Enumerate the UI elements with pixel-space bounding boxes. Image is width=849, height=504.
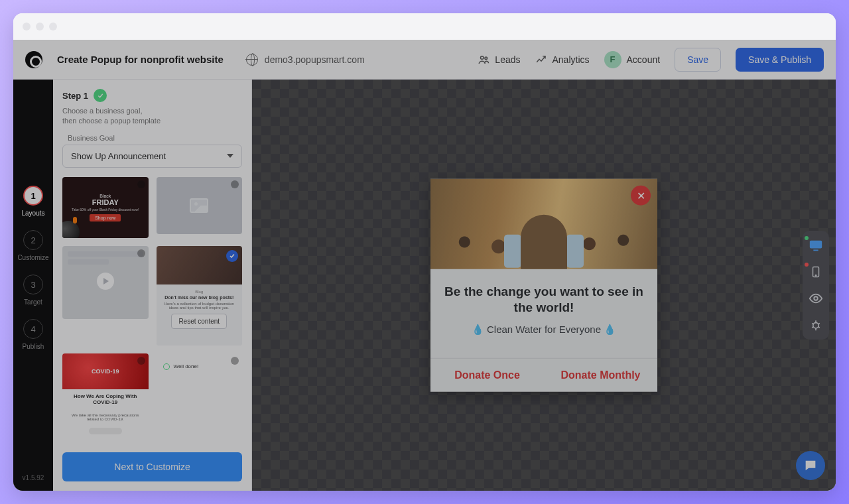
template-image[interactable]: [157, 177, 243, 234]
shop-now-chip: Shop now: [90, 214, 121, 221]
rail-step-target[interactable]: 3 Target: [23, 275, 43, 306]
nav-leads[interactable]: Leads: [478, 54, 520, 66]
window-dot-min[interactable]: [36, 23, 44, 31]
status-dot: [805, 263, 809, 267]
step-header: Step 1: [62, 89, 242, 102]
step-subtitle: Choose a business goal, then choose a po…: [62, 106, 242, 126]
window-dot-close[interactable]: [23, 23, 31, 31]
nav-account[interactable]: F Account: [604, 51, 661, 68]
analytics-icon: [535, 54, 547, 66]
nav-leads-label: Leads: [495, 54, 520, 65]
chevron-down-icon: [227, 154, 233, 158]
preview-toggle[interactable]: [808, 290, 824, 306]
bomb-icon: [62, 221, 80, 238]
popup-preview: ✕ Be the change you want to see in the w…: [430, 179, 657, 392]
svg-point-0: [481, 56, 484, 59]
rail-step-label: Customize: [17, 254, 48, 261]
close-icon: [137, 180, 145, 188]
close-icon: [231, 357, 239, 365]
topbar: Create Popup for nonprofit website demo3…: [13, 40, 836, 80]
bug-icon: [809, 318, 822, 332]
close-icon: [137, 357, 145, 365]
check-icon: [163, 363, 170, 370]
selected-check-icon: [226, 250, 238, 262]
popup-headline: Be the change you want to see in the wor…: [442, 284, 645, 316]
layout-panel: Step 1 Choose a business goal, then choo…: [53, 80, 252, 491]
window-dot-max[interactable]: [49, 23, 57, 31]
popup-close-button[interactable]: ✕: [631, 186, 651, 206]
rail-step-publish[interactable]: 4 Publish: [23, 319, 44, 350]
svg-point-1: [485, 56, 488, 59]
help-chat-button[interactable]: [796, 451, 825, 480]
save-button[interactable]: Save: [675, 48, 721, 72]
template-grid: Black FRIDAY Take 60% off your Black Fri…: [62, 177, 242, 446]
browser-frame: Create Popup for nonprofit website demo3…: [13, 13, 836, 491]
mobile-icon: [810, 265, 822, 279]
rail-step-label: Layouts: [21, 210, 44, 217]
save-publish-button[interactable]: Save & Publish: [736, 48, 824, 72]
globe-icon: [246, 54, 258, 66]
rail-step-num: 4: [23, 319, 43, 339]
step-rail: 1 Layouts 2 Customize 3 Target 4 Publish…: [13, 80, 53, 491]
main: 1 Layouts 2 Customize 3 Target 4 Publish…: [13, 80, 836, 491]
desktop-icon: [809, 238, 823, 253]
svg-rect-3: [813, 249, 818, 251]
avatar: F: [604, 51, 621, 68]
rail-step-num: 3: [23, 275, 43, 294]
next-to-customize-button[interactable]: Next to Customize: [62, 452, 242, 481]
check-icon: [94, 89, 107, 102]
app-version: v1.5.92: [23, 474, 44, 481]
app-logo[interactable]: [25, 51, 42, 68]
eye-icon: [809, 291, 823, 306]
play-icon: [97, 273, 114, 290]
goal-label: Business Goal: [68, 134, 242, 142]
template-well-done[interactable]: Well done!: [157, 353, 243, 380]
window-titlebar: [13, 13, 836, 40]
nav-analytics-label: Analytics: [553, 54, 590, 65]
svg-point-5: [815, 275, 816, 277]
domain-text: demo3.popupsmart.com: [265, 54, 365, 65]
step-title: Step 1: [62, 91, 88, 101]
device-mobile[interactable]: [808, 264, 824, 280]
rail-step-label: Publish: [23, 343, 44, 350]
donate-monthly-button[interactable]: Donate Monthly: [544, 358, 657, 391]
preview-canvas: ✕ Be the change you want to see in the w…: [252, 80, 836, 491]
template-black-friday[interactable]: Black FRIDAY Take 60% off your Black Fri…: [62, 177, 149, 238]
goal-value: Show Up Announcement: [71, 151, 166, 161]
svg-rect-2: [810, 241, 822, 249]
status-dot: [805, 236, 809, 240]
template-covid[interactable]: COVID-19 How We Are Coping With COVID-19…: [62, 353, 149, 440]
app-root: Create Popup for nonprofit website demo3…: [13, 40, 836, 491]
chat-icon: [803, 458, 818, 473]
template-video[interactable]: [62, 246, 149, 319]
business-goal-select[interactable]: Show Up Announcement: [62, 145, 242, 168]
debug-toggle[interactable]: [808, 317, 824, 333]
close-icon: [137, 249, 145, 257]
rail-step-layouts[interactable]: 1 Layouts: [21, 186, 44, 217]
svg-point-6: [814, 296, 818, 300]
close-icon: [231, 180, 239, 188]
template-blog-selected[interactable]: Blog Don't miss our new blog posts! Here…: [157, 246, 243, 346]
popup-subline: 💧 Clean Water for Everyone 💧: [442, 323, 645, 335]
donate-once-button[interactable]: Donate Once: [430, 358, 544, 391]
page-title: Create Popup for nonprofit website: [57, 54, 224, 65]
rail-step-customize[interactable]: 2 Customize: [17, 230, 48, 261]
device-desktop[interactable]: [808, 237, 824, 253]
reset-content-button[interactable]: Reset content: [171, 314, 227, 329]
device-switcher: [803, 231, 829, 340]
popup-hero-image: ✕: [430, 179, 657, 269]
leads-icon: [478, 54, 490, 66]
domain-block: demo3.popupsmart.com: [246, 54, 365, 66]
rail-step-num: 1: [23, 186, 43, 206]
svg-point-7: [813, 323, 818, 328]
image-icon: [190, 198, 208, 213]
nav-account-label: Account: [627, 54, 661, 65]
rail-step-num: 2: [23, 230, 43, 250]
rail-step-label: Target: [24, 298, 42, 306]
nav-analytics[interactable]: Analytics: [535, 54, 590, 66]
